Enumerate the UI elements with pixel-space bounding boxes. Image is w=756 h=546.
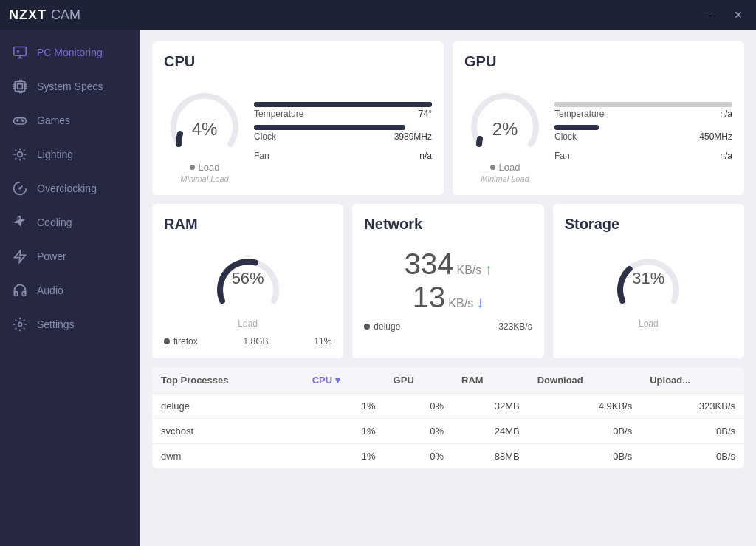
sidebar-item-games[interactable]: Games (0, 103, 140, 137)
logo-nzxt: NZXT (9, 7, 47, 23)
settings-icon (12, 316, 28, 332)
process-upload: 0B/s (641, 444, 744, 469)
process-gpu: 0% (385, 444, 453, 469)
cpu-minimal-label: Minimal Load (180, 174, 228, 183)
network-download-speed: 13 KB/s ↓ (413, 281, 484, 314)
svg-rect-5 (15, 81, 24, 91)
storage-percent: 31% (632, 269, 664, 288)
download-unit: KB/s (448, 297, 473, 310)
gpu-title: GPU (464, 53, 732, 70)
upload-unit: KB/s (456, 264, 481, 277)
col-cpu[interactable]: CPU ▾ (303, 367, 385, 394)
sidebar-item-pc-monitoring[interactable]: PC Monitoring (0, 35, 140, 69)
sidebar-item-system-specs[interactable]: System Specs (0, 69, 140, 103)
sidebar-item-audio[interactable]: Audio (0, 273, 140, 307)
process-download: 4.9KB/s (529, 394, 642, 419)
gpu-minimal-label: Minimal Load (481, 174, 529, 183)
col-upload[interactable]: Upload... (641, 367, 744, 394)
svg-line-30 (24, 150, 25, 151)
sidebar-item-power[interactable]: Power (0, 239, 140, 273)
gpu-load-label: Load (499, 162, 520, 173)
process-table: Top Processes CPU ▾ GPU RAM Download Upl… (152, 367, 744, 468)
svg-marker-33 (15, 250, 26, 263)
gpu-stats: Temperature n/a Clock 450MHz (554, 102, 732, 161)
sidebar-label-pc-monitoring: PC Monitoring (37, 47, 103, 58)
network-card: Network 334 KB/s ↑ 13 KB/s ↓ (352, 204, 543, 358)
window-controls: — ✕ (698, 7, 747, 22)
col-download[interactable]: Download (529, 367, 642, 394)
sidebar-label-lighting: Lighting (37, 149, 73, 160)
cpu-percent: 4% (164, 119, 245, 140)
main-layout: PC Monitoring System Specs (0, 30, 756, 546)
headphone-icon (12, 282, 28, 298)
ram-card: RAM 56% Load firefox (152, 204, 343, 358)
gpu-fan-value: n/a (720, 151, 732, 161)
storage-card: Storage 31% Load (553, 204, 744, 358)
col-gpu[interactable]: GPU (385, 367, 453, 394)
cpu-load-label: Load (199, 162, 220, 173)
table-row: dwm 1% 0% 88MB 0B/s 0B/s (152, 444, 744, 469)
app-logo: NZXT CAM (9, 7, 80, 23)
gpu-gauge: 2% (464, 79, 546, 160)
storage-gauge: 31% (611, 242, 685, 315)
ram-app-pct: 11% (314, 336, 331, 347)
upload-num: 334 (405, 248, 454, 281)
cpu-gauge: 4% (164, 79, 245, 160)
process-download: 0B/s (529, 419, 642, 444)
minimize-button[interactable]: — (698, 7, 718, 22)
network-app-speed: 323KB/s (498, 321, 532, 332)
bolt-icon (12, 248, 28, 265)
cpu-clock-row: Clock 3989MHz (254, 125, 432, 142)
svg-point-20 (21, 120, 22, 120)
middle-cards-row: RAM 56% Load firefox (152, 204, 744, 358)
col-process: Top Processes (152, 367, 303, 394)
sidebar-item-lighting[interactable]: Lighting (0, 137, 140, 171)
process-gpu: 0% (385, 419, 453, 444)
logo-cam: CAM (51, 7, 80, 23)
svg-rect-6 (18, 84, 23, 89)
process-cpu: 1% (303, 394, 385, 419)
sidebar-item-settings[interactable]: Settings (0, 307, 140, 341)
ram-app-row: firefox 1.8GB 11% (164, 336, 331, 347)
sidebar-label-overclocking: Overclocking (37, 182, 97, 194)
download-arrow-icon: ↓ (476, 294, 484, 311)
gauge-icon (12, 180, 28, 197)
sidebar-label-cooling: Cooling (37, 216, 72, 228)
process-ram: 24MB (453, 419, 529, 444)
cpu-temp-value: 74° (419, 109, 432, 119)
gpu-clock-label: Clock (554, 132, 577, 142)
close-button[interactable]: ✕ (729, 7, 747, 22)
cpu-temp-label: Temperature (254, 109, 303, 119)
upload-arrow-icon: ↑ (484, 261, 492, 278)
network-upload-speed: 334 KB/s ↑ (405, 248, 492, 281)
ram-gauge: 56% (211, 242, 285, 315)
svg-point-3 (17, 50, 19, 52)
cpu-fan-value: n/a (419, 151, 432, 161)
sidebar-item-cooling[interactable]: Cooling (0, 205, 140, 239)
cpu-fan-label: Fan (254, 151, 269, 161)
svg-point-21 (23, 120, 24, 121)
sun-icon (12, 146, 28, 163)
process-ram: 88MB (453, 444, 529, 469)
gpu-clock-value: 450MHz (699, 132, 732, 142)
top-cards-row: CPU 4% Load (152, 41, 744, 195)
process-name: deluge (152, 394, 303, 419)
gpu-temp-row: Temperature n/a (554, 102, 732, 119)
col-ram[interactable]: RAM (453, 367, 529, 394)
sidebar-label-power: Power (37, 250, 66, 262)
svg-point-22 (18, 152, 23, 157)
table-row: svchost 1% 0% 24MB 0B/s 0B/s (152, 419, 744, 444)
sidebar-item-overclocking[interactable]: Overclocking (0, 171, 140, 205)
storage-load-label: Load (639, 318, 659, 329)
ram-app-name: firefox (173, 336, 198, 347)
content-area: CPU 4% Load (140, 30, 756, 546)
network-app-name: deluge (374, 321, 400, 332)
process-upload: 0B/s (641, 419, 744, 444)
cpu-clock-value: 3989MHz (394, 132, 432, 142)
ram-load-label: Load (238, 318, 258, 329)
sidebar-label-system-specs: System Specs (37, 81, 103, 92)
ram-percent: 56% (232, 269, 264, 288)
sidebar: PC Monitoring System Specs (0, 30, 140, 546)
svg-point-34 (18, 323, 22, 327)
ram-app-size: 1.8GB (243, 336, 268, 347)
